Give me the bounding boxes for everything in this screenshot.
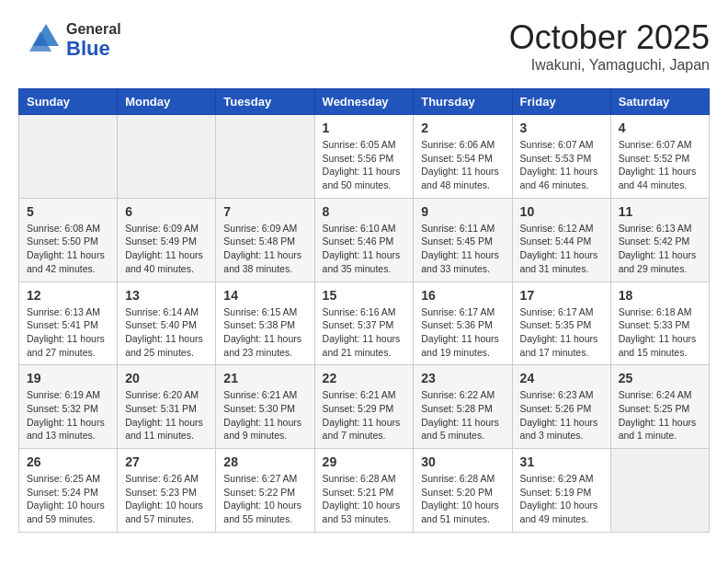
weekday-header-monday: Monday: [118, 89, 216, 115]
weekday-header-row: SundayMondayTuesdayWednesdayThursdayFrid…: [19, 89, 710, 115]
weekday-header-friday: Friday: [512, 89, 610, 115]
calendar-cell: 27Sunrise: 6:26 AM Sunset: 5:23 PM Dayli…: [118, 449, 216, 533]
calendar-cell: 17Sunrise: 6:17 AM Sunset: 5:35 PM Dayli…: [512, 282, 610, 365]
day-info: Sunrise: 6:21 AM Sunset: 5:30 PM Dayligh…: [223, 388, 306, 442]
day-info: Sunrise: 6:13 AM Sunset: 5:41 PM Dayligh…: [27, 305, 109, 360]
logo-icon: [18, 18, 63, 63]
logo-blue-text: Blue: [66, 38, 121, 60]
calendar-cell: [19, 115, 118, 199]
calendar-cell: 10Sunrise: 6:12 AM Sunset: 5:44 PM Dayli…: [512, 198, 610, 282]
calendar-cell: 15Sunrise: 6:16 AM Sunset: 5:37 PM Dayli…: [314, 282, 414, 365]
day-number: 21: [223, 371, 306, 385]
calendar-cell: 24Sunrise: 6:23 AM Sunset: 5:26 PM Dayli…: [512, 365, 610, 449]
location-title: Iwakuni, Yamaguchi, Japan: [509, 57, 710, 74]
calendar-cell: [216, 115, 314, 199]
calendar-cell: 25Sunrise: 6:24 AM Sunset: 5:25 PM Dayli…: [610, 365, 709, 449]
day-info: Sunrise: 6:25 AM Sunset: 5:24 PM Dayligh…: [27, 472, 109, 526]
day-number: 15: [323, 288, 406, 303]
page-header: General Blue October 2025 Iwakuni, Yamag…: [18, 18, 710, 74]
day-info: Sunrise: 6:27 AM Sunset: 5:22 PM Dayligh…: [223, 472, 306, 526]
day-number: 26: [27, 454, 109, 469]
logo-general-text: General: [66, 21, 121, 37]
day-number: 16: [421, 288, 504, 303]
day-number: 11: [619, 204, 701, 219]
logo-text: General Blue: [66, 21, 121, 60]
day-number: 8: [323, 204, 406, 219]
calendar-cell: 16Sunrise: 6:17 AM Sunset: 5:36 PM Dayli…: [414, 282, 512, 365]
day-number: 4: [619, 121, 701, 135]
day-info: Sunrise: 6:17 AM Sunset: 5:36 PM Dayligh…: [421, 305, 504, 360]
week-row-4: 19Sunrise: 6:19 AM Sunset: 5:32 PM Dayli…: [19, 365, 710, 449]
month-title: October 2025: [509, 18, 710, 57]
week-row-5: 26Sunrise: 6:25 AM Sunset: 5:24 PM Dayli…: [19, 449, 710, 533]
calendar-cell: 3Sunrise: 6:07 AM Sunset: 5:53 PM Daylig…: [512, 115, 610, 199]
calendar-cell: 22Sunrise: 6:21 AM Sunset: 5:29 PM Dayli…: [314, 365, 414, 449]
day-info: Sunrise: 6:29 AM Sunset: 5:19 PM Dayligh…: [520, 472, 603, 526]
day-number: 7: [223, 204, 306, 219]
day-number: 13: [125, 288, 208, 303]
calendar-cell: 6Sunrise: 6:09 AM Sunset: 5:49 PM Daylig…: [118, 198, 216, 282]
calendar-cell: 4Sunrise: 6:07 AM Sunset: 5:52 PM Daylig…: [610, 115, 709, 199]
day-number: 2: [421, 121, 504, 135]
day-number: 23: [421, 371, 504, 385]
day-info: Sunrise: 6:08 AM Sunset: 5:50 PM Dayligh…: [27, 222, 109, 276]
day-info: Sunrise: 6:13 AM Sunset: 5:42 PM Dayligh…: [619, 222, 701, 276]
day-info: Sunrise: 6:26 AM Sunset: 5:23 PM Dayligh…: [125, 472, 208, 526]
week-row-1: 1Sunrise: 6:05 AM Sunset: 5:56 PM Daylig…: [19, 115, 710, 199]
calendar-cell: 31Sunrise: 6:29 AM Sunset: 5:19 PM Dayli…: [512, 449, 610, 533]
day-number: 12: [27, 288, 109, 303]
day-info: Sunrise: 6:11 AM Sunset: 5:45 PM Dayligh…: [421, 222, 504, 276]
day-info: Sunrise: 6:16 AM Sunset: 5:37 PM Dayligh…: [323, 305, 406, 360]
day-info: Sunrise: 6:09 AM Sunset: 5:48 PM Dayligh…: [223, 222, 306, 276]
calendar-cell: 19Sunrise: 6:19 AM Sunset: 5:32 PM Dayli…: [19, 365, 118, 449]
day-number: 24: [520, 371, 603, 385]
day-info: Sunrise: 6:22 AM Sunset: 5:28 PM Dayligh…: [421, 388, 504, 442]
day-number: 14: [223, 288, 306, 303]
calendar-cell: 9Sunrise: 6:11 AM Sunset: 5:45 PM Daylig…: [414, 198, 512, 282]
day-number: 30: [421, 454, 504, 469]
calendar-cell: 18Sunrise: 6:18 AM Sunset: 5:33 PM Dayli…: [610, 282, 709, 365]
day-number: 5: [27, 204, 109, 219]
weekday-header-sunday: Sunday: [19, 89, 118, 115]
day-info: Sunrise: 6:05 AM Sunset: 5:56 PM Dayligh…: [323, 138, 406, 192]
day-number: 31: [520, 454, 603, 469]
day-number: 19: [27, 371, 109, 385]
calendar-cell: [610, 449, 709, 533]
day-number: 27: [125, 454, 208, 469]
weekday-header-thursday: Thursday: [414, 89, 512, 115]
calendar-cell: 13Sunrise: 6:14 AM Sunset: 5:40 PM Dayli…: [118, 282, 216, 365]
day-number: 25: [619, 371, 701, 385]
day-info: Sunrise: 6:21 AM Sunset: 5:29 PM Dayligh…: [323, 388, 406, 442]
day-number: 3: [520, 121, 603, 135]
calendar-cell: 2Sunrise: 6:06 AM Sunset: 5:54 PM Daylig…: [414, 115, 512, 199]
day-info: Sunrise: 6:10 AM Sunset: 5:46 PM Dayligh…: [323, 222, 406, 276]
day-info: Sunrise: 6:19 AM Sunset: 5:32 PM Dayligh…: [27, 388, 109, 442]
day-number: 1: [323, 121, 406, 135]
calendar-cell: 8Sunrise: 6:10 AM Sunset: 5:46 PM Daylig…: [314, 198, 414, 282]
day-number: 22: [323, 371, 406, 385]
week-row-2: 5Sunrise: 6:08 AM Sunset: 5:50 PM Daylig…: [19, 198, 710, 282]
calendar-cell: 11Sunrise: 6:13 AM Sunset: 5:42 PM Dayli…: [610, 198, 709, 282]
calendar-cell: 29Sunrise: 6:28 AM Sunset: 5:21 PM Dayli…: [314, 449, 414, 533]
day-number: 17: [520, 288, 603, 303]
logo: General Blue: [18, 18, 121, 63]
calendar-cell: 26Sunrise: 6:25 AM Sunset: 5:24 PM Dayli…: [19, 449, 118, 533]
day-info: Sunrise: 6:12 AM Sunset: 5:44 PM Dayligh…: [520, 222, 603, 276]
day-info: Sunrise: 6:14 AM Sunset: 5:40 PM Dayligh…: [125, 305, 208, 360]
day-number: 18: [619, 288, 701, 303]
calendar-cell: 30Sunrise: 6:28 AM Sunset: 5:20 PM Dayli…: [414, 449, 512, 533]
calendar-cell: 12Sunrise: 6:13 AM Sunset: 5:41 PM Dayli…: [19, 282, 118, 365]
day-info: Sunrise: 6:07 AM Sunset: 5:52 PM Dayligh…: [619, 138, 701, 192]
day-number: 10: [520, 204, 603, 219]
calendar-cell: 28Sunrise: 6:27 AM Sunset: 5:22 PM Dayli…: [216, 449, 314, 533]
day-info: Sunrise: 6:06 AM Sunset: 5:54 PM Dayligh…: [421, 138, 504, 192]
day-number: 9: [421, 204, 504, 219]
weekday-header-tuesday: Tuesday: [216, 89, 314, 115]
weekday-header-saturday: Saturday: [610, 89, 709, 115]
title-area: October 2025 Iwakuni, Yamaguchi, Japan: [509, 18, 710, 74]
day-info: Sunrise: 6:15 AM Sunset: 5:38 PM Dayligh…: [223, 305, 306, 360]
day-info: Sunrise: 6:20 AM Sunset: 5:31 PM Dayligh…: [125, 388, 208, 442]
calendar-cell: 20Sunrise: 6:20 AM Sunset: 5:31 PM Dayli…: [118, 365, 216, 449]
calendar-cell: 5Sunrise: 6:08 AM Sunset: 5:50 PM Daylig…: [19, 198, 118, 282]
calendar-cell: [118, 115, 216, 199]
